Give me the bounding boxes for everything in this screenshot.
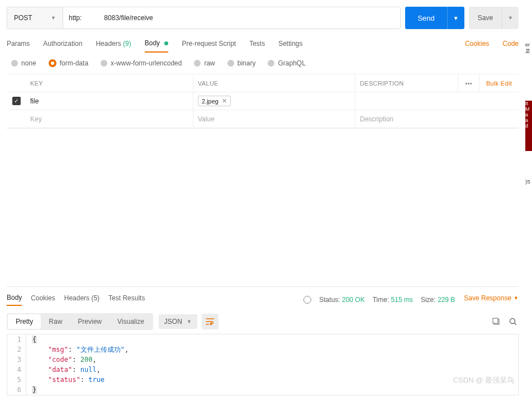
- request-tabs: Params Authorization Headers (9) Body Pr…: [7, 39, 519, 53]
- save-dropdown[interactable]: ▼: [502, 7, 519, 29]
- radio-icon-selected: [49, 59, 56, 67]
- send-button[interactable]: Send ▼: [405, 7, 464, 29]
- response-section: Body Cookies Headers (5) Test Results St…: [0, 286, 525, 401]
- radio-urlencoded[interactable]: x-www-form-urlencoded: [101, 59, 182, 67]
- chevron-down-icon: ▼: [187, 319, 192, 324]
- key-input[interactable]: Key: [26, 110, 193, 128]
- cookies-link[interactable]: Cookies: [465, 40, 489, 52]
- search-icon[interactable]: [507, 316, 519, 327]
- col-key: KEY: [26, 74, 193, 92]
- tab-body[interactable]: Body: [145, 39, 169, 53]
- svg-line-3: [514, 323, 516, 325]
- wrap-lines-button[interactable]: [202, 314, 218, 329]
- code-link[interactable]: Code: [502, 40, 519, 52]
- size-value: 229 B: [438, 296, 455, 304]
- view-tabs: Pretty Raw Preview Visualize: [7, 313, 153, 330]
- url-input[interactable]: [63, 7, 400, 29]
- watermark-text: CSDN @ 最强菜鸟: [453, 375, 514, 385]
- row-key[interactable]: file: [26, 92, 193, 110]
- view-preview[interactable]: Preview: [70, 314, 110, 329]
- row-value[interactable]: 2.jpeg ✕: [193, 92, 355, 110]
- col-description: DESCRIPTION: [355, 74, 458, 92]
- copy-icon[interactable]: [491, 316, 502, 327]
- status-value: 200 OK: [342, 296, 365, 304]
- tab-prerequest[interactable]: Pre-request Script: [182, 40, 236, 52]
- description-input[interactable]: Description: [355, 110, 519, 128]
- radio-icon: [194, 60, 201, 67]
- radio-graphql[interactable]: GraphQL: [268, 59, 305, 67]
- radio-binary[interactable]: binary: [227, 59, 256, 67]
- resp-tab-cookies[interactable]: Cookies: [31, 294, 55, 305]
- radio-none[interactable]: none: [11, 59, 36, 67]
- tab-params[interactable]: Params: [7, 40, 30, 52]
- svg-rect-1: [493, 318, 498, 323]
- radio-formdata[interactable]: form-data: [49, 59, 88, 67]
- external-strip: er是 8Maad )S: [525, 0, 532, 401]
- resp-tab-tests[interactable]: Test Results: [108, 294, 145, 305]
- time-value: 515 ms: [391, 296, 413, 304]
- radio-icon: [11, 60, 18, 67]
- resp-tab-headers[interactable]: Headers (5): [64, 294, 99, 305]
- formdata-table: KEY VALUE DESCRIPTION ••• Bulk Edit ✓ fi…: [7, 74, 519, 129]
- close-icon[interactable]: ✕: [222, 97, 227, 105]
- file-name: 2.jpeg: [202, 98, 218, 105]
- divider: [7, 286, 519, 287]
- tab-headers-count: (9): [123, 40, 131, 48]
- globe-icon[interactable]: [303, 296, 311, 304]
- method-url-group: POST ▼: [7, 7, 401, 29]
- row-checkbox[interactable]: ✓: [12, 97, 21, 105]
- view-pretty[interactable]: Pretty: [8, 314, 41, 329]
- table-row-empty: Key Value Description: [7, 110, 519, 128]
- response-tabs: Body Cookies Headers (5) Test Results St…: [7, 290, 519, 309]
- radio-icon: [268, 60, 274, 67]
- response-meta: Status: 200 OK Time: 515 ms Size: 229 B: [303, 296, 455, 304]
- dot-indicator-icon: [164, 41, 168, 45]
- file-chip[interactable]: 2.jpeg ✕: [198, 96, 231, 106]
- tab-headers-label: Headers: [96, 40, 121, 48]
- tab-tests[interactable]: Tests: [249, 40, 265, 52]
- table-header-row: KEY VALUE DESCRIPTION ••• Bulk Edit: [7, 74, 519, 92]
- format-select[interactable]: JSON ▼: [159, 314, 197, 329]
- save-response-button[interactable]: Save Response ▼: [464, 294, 519, 305]
- send-dropdown[interactable]: ▼: [447, 7, 464, 29]
- col-value: VALUE: [193, 74, 355, 92]
- bulk-edit-link[interactable]: Bulk Edit: [479, 74, 519, 92]
- radio-icon: [227, 60, 234, 67]
- tab-settings[interactable]: Settings: [278, 40, 302, 52]
- send-button-label: Send: [405, 7, 446, 29]
- svg-point-2: [510, 318, 515, 323]
- resp-tab-body[interactable]: Body: [7, 294, 22, 306]
- chevron-down-icon: ▼: [514, 295, 519, 301]
- response-body-editor[interactable]: 1{ 2 "msg": "文件上传成功", 3 "code": 200, 4 "…: [7, 334, 519, 395]
- view-raw[interactable]: Raw: [41, 314, 70, 329]
- radio-icon: [101, 60, 107, 67]
- tab-body-label: Body: [145, 39, 160, 47]
- save-button[interactable]: Save ▼: [469, 7, 519, 29]
- http-method-select[interactable]: POST ▼: [7, 7, 63, 29]
- response-view-row: Pretty Raw Preview Visualize JSON ▼: [7, 313, 519, 331]
- http-method-value: POST: [14, 14, 32, 22]
- tab-authorization[interactable]: Authorization: [43, 40, 82, 52]
- more-options-icon[interactable]: •••: [458, 74, 478, 92]
- row-description[interactable]: [355, 92, 519, 110]
- view-visualize[interactable]: Visualize: [110, 314, 152, 329]
- body-type-radios: none form-data x-www-form-urlencoded raw…: [7, 53, 519, 74]
- radio-raw[interactable]: raw: [194, 59, 215, 67]
- value-input[interactable]: Value: [193, 110, 355, 128]
- table-row: ✓ file 2.jpeg ✕: [7, 92, 519, 110]
- chevron-down-icon: ▼: [51, 15, 56, 21]
- save-button-label: Save: [469, 7, 502, 29]
- tab-headers[interactable]: Headers (9): [96, 40, 131, 52]
